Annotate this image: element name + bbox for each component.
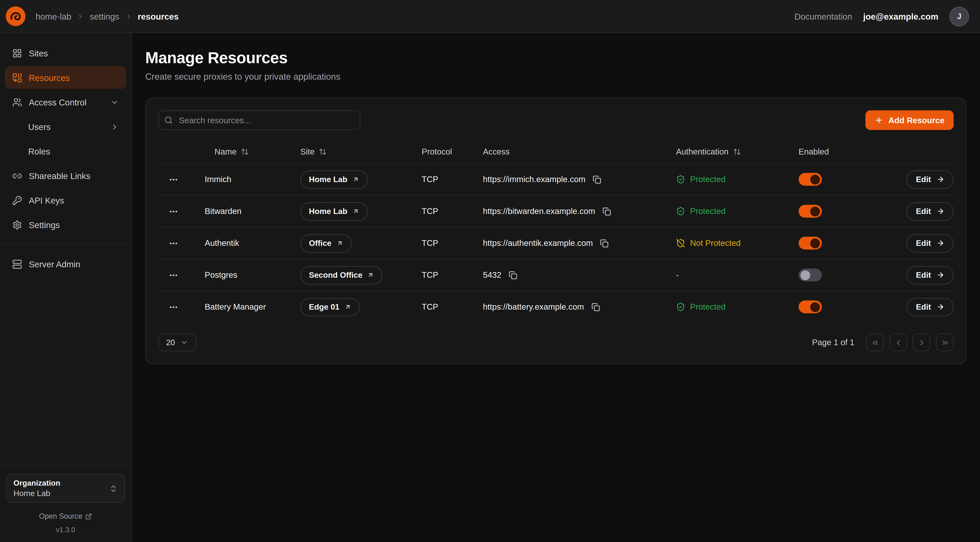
previous-page-button[interactable] xyxy=(889,333,907,351)
sidebar-item-api-keys[interactable]: API Keys xyxy=(5,189,126,212)
sidebar-item-roles[interactable]: Roles xyxy=(5,140,126,163)
arrow-right-icon xyxy=(937,239,945,247)
sidebar-item-label: Access Control xyxy=(29,97,86,107)
sidebar-item-settings[interactable]: Settings xyxy=(5,214,126,236)
edit-button[interactable]: Edit xyxy=(907,266,954,284)
next-page-button[interactable] xyxy=(913,333,931,351)
copy-icon[interactable] xyxy=(508,269,519,281)
arrow-up-right-icon xyxy=(336,240,343,247)
sidebar-divider xyxy=(0,244,131,245)
page-subtitle: Create secure proxies to your private ap… xyxy=(145,72,967,81)
open-source-link[interactable]: Open Source xyxy=(6,512,125,521)
sidebar: Sites Resources Access Control xyxy=(0,33,132,542)
row-menu-button[interactable] xyxy=(166,236,181,250)
enabled-toggle[interactable] xyxy=(799,269,822,281)
resource-name: Postgres xyxy=(189,270,300,280)
shield-check-icon xyxy=(676,302,685,311)
table-row: Postgres Second Office TCP 5432 - xyxy=(158,259,954,291)
user-email[interactable]: joe@example.com xyxy=(863,11,938,21)
documentation-link[interactable]: Documentation xyxy=(794,11,852,21)
access-url: https://immich.example.com xyxy=(483,175,585,184)
app-logo-icon[interactable] xyxy=(5,6,26,26)
first-page-button[interactable] xyxy=(866,333,884,351)
copy-icon[interactable] xyxy=(592,174,603,185)
sidebar-item-label: Shareable Links xyxy=(29,171,90,181)
table-row: Immich Home Lab TCP https://immich.examp… xyxy=(158,163,954,195)
server-icon xyxy=(12,259,22,269)
column-header-authentication[interactable]: Authentication xyxy=(676,147,799,156)
access-url: 5432 xyxy=(483,270,501,280)
organization-selector[interactable]: Organization Home Lab xyxy=(6,474,125,503)
copy-icon[interactable] xyxy=(599,238,610,249)
enabled-toggle[interactable] xyxy=(799,300,822,313)
access-url: https://bitwarden.example.com xyxy=(483,207,595,216)
site-link[interactable]: Edge 01 xyxy=(300,298,360,316)
sidebar-item-label: API Keys xyxy=(29,195,64,205)
add-resource-button[interactable]: Add Resource xyxy=(865,110,954,130)
search-icon xyxy=(164,116,173,124)
copy-icon[interactable] xyxy=(601,206,612,217)
column-header-name[interactable]: Name xyxy=(189,147,300,156)
sidebar-item-resources[interactable]: Resources xyxy=(5,66,126,89)
row-menu-button[interactable] xyxy=(166,300,181,314)
arrow-right-icon xyxy=(937,207,945,215)
column-header-site[interactable]: Site xyxy=(300,147,422,156)
resource-name: Immich xyxy=(189,175,300,184)
site-link[interactable]: Office xyxy=(300,234,352,252)
app-root: home-lab settings resources Documentatio… xyxy=(0,0,980,542)
last-page-button[interactable] xyxy=(936,333,954,351)
key-icon xyxy=(12,195,22,205)
external-link-icon xyxy=(85,513,92,520)
shield-check-icon xyxy=(676,175,685,184)
copy-icon[interactable] xyxy=(590,301,601,312)
chevron-right-icon xyxy=(125,13,132,20)
sidebar-item-label: Users xyxy=(28,122,51,132)
arrow-up-right-icon xyxy=(368,272,374,278)
chevron-right-icon xyxy=(110,123,119,131)
sidebar-item-access-control[interactable]: Access Control xyxy=(5,91,126,113)
sidebar-item-sites[interactable]: Sites xyxy=(5,42,126,64)
table-header-row: Name Site Protocol xyxy=(158,140,954,163)
edit-button[interactable]: Edit xyxy=(907,202,954,220)
edit-button[interactable]: Edit xyxy=(907,170,954,189)
row-menu-button[interactable] xyxy=(166,172,181,187)
search-input[interactable] xyxy=(158,110,360,130)
column-header-protocol: Protocol xyxy=(422,147,483,156)
resources-card: Add Resource Name Site xyxy=(145,97,967,364)
sort-icon xyxy=(319,148,327,156)
auth-status: Protected xyxy=(676,302,725,311)
arrow-right-icon xyxy=(937,271,945,279)
chevrons-left-icon xyxy=(871,338,879,347)
sidebar-item-users[interactable]: Users xyxy=(5,115,126,138)
combine-icon xyxy=(12,73,22,83)
site-link[interactable]: Home Lab xyxy=(300,170,368,189)
protocol-cell: TCP xyxy=(422,302,483,311)
avatar[interactable]: J xyxy=(949,6,969,26)
site-link[interactable]: Home Lab xyxy=(300,202,368,220)
version-label: v1.3.0 xyxy=(6,526,125,533)
table-row: Authentik Office TCP https://authentik.e… xyxy=(158,227,954,259)
sidebar-item-label: Settings xyxy=(29,220,60,230)
enabled-toggle[interactable] xyxy=(799,237,822,250)
table-footer: 20 Page 1 of 1 xyxy=(158,333,954,351)
row-menu-button[interactable] xyxy=(166,204,181,219)
row-menu-button[interactable] xyxy=(166,268,181,282)
edit-button[interactable]: Edit xyxy=(907,298,954,316)
main-content: Manage Resources Create secure proxies t… xyxy=(132,33,980,542)
page-size-select[interactable]: 20 xyxy=(158,333,196,351)
search-box xyxy=(158,110,360,130)
table-row: Bitwarden Home Lab TCP https://bitwarden… xyxy=(158,195,954,227)
arrow-up-right-icon xyxy=(352,208,359,215)
sidebar-footer: Organization Home Lab Open Source v1.3.0 xyxy=(0,465,131,542)
chevrons-up-down-icon xyxy=(109,484,118,493)
site-link[interactable]: Second Office xyxy=(300,266,383,284)
enabled-toggle[interactable] xyxy=(799,173,822,186)
arrow-up-right-icon xyxy=(344,303,351,310)
page-title: Manage Resources xyxy=(145,48,967,67)
sidebar-item-shareable-links[interactable]: Shareable Links xyxy=(5,164,126,187)
breadcrumb-item-home-lab[interactable]: home-lab xyxy=(35,11,71,21)
breadcrumb-item-settings[interactable]: settings xyxy=(90,11,119,21)
edit-button[interactable]: Edit xyxy=(907,234,954,252)
enabled-toggle[interactable] xyxy=(799,205,822,218)
sidebar-item-server-admin[interactable]: Server Admin xyxy=(5,253,126,275)
